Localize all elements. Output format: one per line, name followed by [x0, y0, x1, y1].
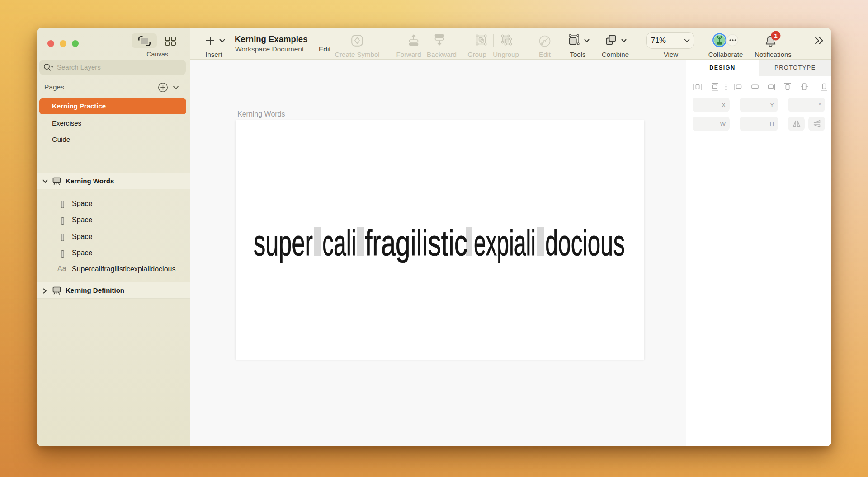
svg-text:docious: docious [545, 223, 625, 263]
svg-text:super: super [254, 223, 313, 263]
svg-text:cali: cali [322, 223, 356, 263]
svg-text:1: 1 [774, 33, 778, 39]
svg-text:fragilistic: fragilistic [365, 223, 467, 263]
svg-text:expiali: expiali [474, 223, 536, 263]
